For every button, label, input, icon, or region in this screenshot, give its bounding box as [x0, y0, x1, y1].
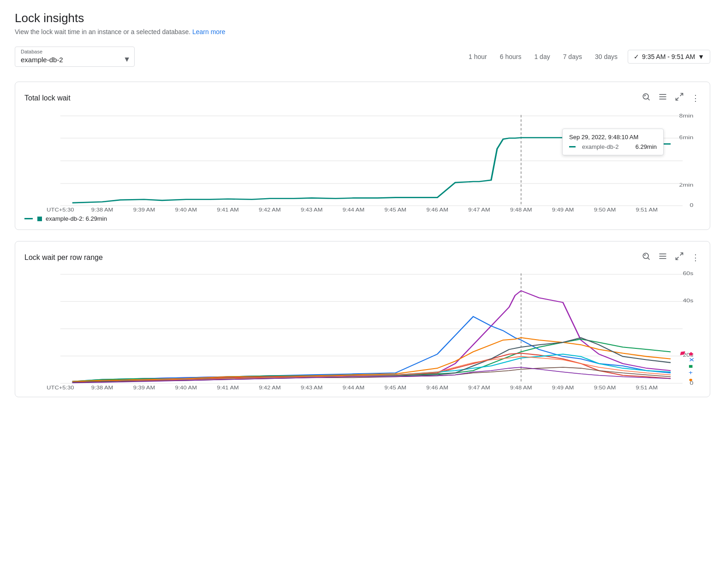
svg-line-1 — [648, 99, 650, 100]
database-value: example-db-2 — [21, 56, 63, 64]
chart2-area: 60s 40s 20s 0 UTC+5:30 9:38 AM 9:39 AM 9… — [24, 270, 701, 389]
svg-line-33 — [648, 258, 650, 260]
svg-text:60s: 60s — [683, 270, 693, 276]
svg-point-0 — [643, 94, 648, 99]
chart1-area: 8min 6min 2min 0 UTC+5:30 9:38 AM 9:39 A… — [24, 110, 701, 212]
chart2-more-button[interactable]: ⋮ — [690, 252, 701, 264]
svg-text:9:39 AM: 9:39 AM — [133, 207, 155, 212]
svg-text:9:44 AM: 9:44 AM — [343, 207, 365, 212]
svg-text:9:44 AM: 9:44 AM — [343, 385, 365, 389]
chart1-more-button[interactable]: ⋮ — [690, 92, 701, 104]
svg-text:0: 0 — [689, 202, 693, 208]
time-range-button[interactable]: ✓ 9:35 AM - 9:51 AM ▼ — [628, 50, 710, 64]
svg-text:9:43 AM: 9:43 AM — [301, 385, 323, 389]
svg-text:9:51 AM: 9:51 AM — [636, 385, 658, 389]
svg-text:9:49 AM: 9:49 AM — [552, 207, 574, 212]
chart2-search-button[interactable] — [641, 251, 652, 264]
svg-text:6min: 6min — [679, 134, 693, 140]
time-30days-button[interactable]: 30 days — [592, 51, 620, 62]
svg-text:9:50 AM: 9:50 AM — [594, 385, 616, 389]
time-7days-button[interactable]: 7 days — [560, 51, 585, 62]
svg-text:9:38 AM: 9:38 AM — [91, 207, 113, 212]
svg-text:9:50 AM: 9:50 AM — [594, 207, 616, 212]
svg-text:9:47 AM: 9:47 AM — [468, 385, 490, 389]
svg-text:9:41 AM: 9:41 AM — [217, 207, 239, 212]
svg-text:9:51 AM: 9:51 AM — [636, 207, 658, 212]
legend-line-swatch — [24, 218, 33, 219]
check-icon: ✓ — [634, 53, 639, 60]
legend-square-swatch — [37, 217, 42, 221]
svg-text:2min: 2min — [679, 182, 693, 188]
chart2-title: Lock wait per row range — [24, 253, 103, 262]
chart1-legend-button[interactable] — [657, 91, 668, 105]
svg-text:9:39 AM: 9:39 AM — [133, 385, 155, 389]
svg-text:9:45 AM: 9:45 AM — [385, 207, 407, 212]
svg-text:9:43 AM: 9:43 AM — [301, 207, 323, 212]
svg-text:9:42 AM: 9:42 AM — [259, 385, 281, 389]
svg-text:9:49 AM: 9:49 AM — [552, 385, 574, 389]
time-range-arrow-icon: ▼ — [698, 53, 704, 60]
svg-text:9:47 AM: 9:47 AM — [468, 207, 490, 212]
svg-text:UTC+5:30: UTC+5:30 — [47, 385, 74, 389]
chart2-card: Lock wait per row range ⋮ 60s 40s 20s 0 — [15, 241, 710, 397]
database-selector[interactable]: Database example-db-2 ▼ — [15, 47, 135, 67]
svg-text:9:38 AM: 9:38 AM — [91, 385, 113, 389]
chart1-card: Total lock wait ⋮ 8min 6min 2min 0 — [15, 82, 710, 230]
svg-text:◆: ◆ — [689, 350, 694, 356]
time-range-value: 9:35 AM - 9:51 AM — [642, 53, 695, 60]
svg-text:UTC+5:30: UTC+5:30 — [47, 207, 74, 212]
svg-text:8min: 8min — [679, 112, 693, 118]
database-label: Database — [21, 49, 131, 54]
svg-text:■: ■ — [689, 363, 693, 370]
chart1-title: Total lock wait — [24, 94, 71, 102]
svg-text:9:46 AM: 9:46 AM — [426, 207, 448, 212]
time-6hours-button[interactable]: 6 hours — [497, 51, 524, 62]
time-controls: 1 hour 6 hours 1 day 7 days 30 days ✓ 9:… — [466, 50, 710, 64]
svg-text:9:48 AM: 9:48 AM — [510, 385, 532, 389]
time-1hour-button[interactable]: 1 hour — [466, 51, 490, 62]
svg-point-32 — [643, 253, 648, 259]
page-subtitle: View the lock wait time in an instance o… — [15, 28, 710, 35]
chart2-expand-button[interactable] — [674, 251, 685, 264]
chart1-expand-button[interactable] — [674, 91, 685, 105]
chart1-search-button[interactable] — [641, 91, 652, 105]
svg-text:9:41 AM: 9:41 AM — [217, 385, 239, 389]
svg-text:9:40 AM: 9:40 AM — [175, 207, 197, 212]
svg-line-37 — [680, 253, 683, 256]
chart1-actions: ⋮ — [641, 91, 701, 105]
svg-text:40s: 40s — [683, 298, 693, 304]
controls-row: Database example-db-2 ▼ 1 hour 6 hours 1… — [15, 47, 710, 67]
svg-text:●: ● — [689, 376, 693, 382]
svg-text:9:48 AM: 9:48 AM — [510, 207, 532, 212]
page-title: Lock insights — [15, 11, 710, 25]
svg-text:9:46 AM: 9:46 AM — [426, 385, 448, 389]
svg-text:+: + — [689, 370, 693, 376]
chart2-actions: ⋮ — [641, 251, 701, 264]
svg-line-6 — [676, 98, 679, 100]
chart1-legend: example-db-2: 6.29min — [24, 215, 701, 222]
svg-text:9:42 AM: 9:42 AM — [259, 207, 281, 212]
dropdown-arrow-icon: ▼ — [123, 55, 131, 64]
svg-text:9:40 AM: 9:40 AM — [175, 385, 197, 389]
svg-line-5 — [680, 94, 683, 96]
time-1day-button[interactable]: 1 day — [531, 51, 553, 62]
svg-text:9:45 AM: 9:45 AM — [385, 385, 407, 389]
svg-text:✕: ✕ — [689, 356, 695, 363]
chart1-legend-label: example-db-2: 6.29min — [46, 215, 107, 222]
chart2-legend-button[interactable] — [657, 251, 668, 264]
learn-more-link[interactable]: Learn more — [192, 28, 226, 35]
svg-line-38 — [676, 257, 679, 260]
